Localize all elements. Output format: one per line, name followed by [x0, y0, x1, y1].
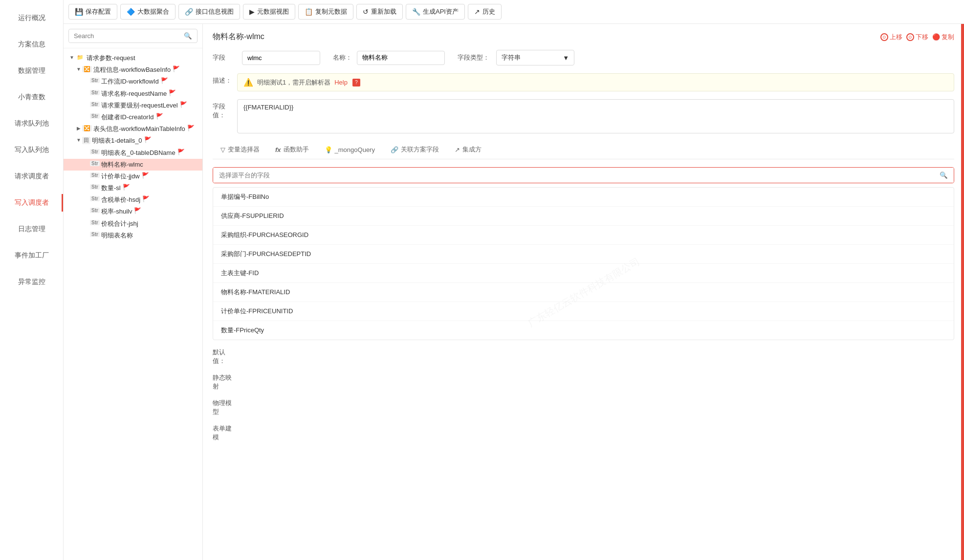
table-badge: 田 [82, 137, 90, 144]
sidebar-item-request-scheduler[interactable]: 请求调度者 [0, 163, 63, 190]
dropdown-item-fpriceunitid[interactable]: 计价单位-FPRICEUNITID [213, 302, 954, 321]
field-type-select[interactable]: 字符串 ▼ [496, 50, 574, 65]
flag-icon: 🚩 [187, 125, 195, 131]
sidebar-item-request-queue[interactable]: 请求队列池 [0, 110, 63, 137]
copy-field-button[interactable]: 🔴 复制 [932, 33, 954, 42]
search-icon: 🔍 [940, 172, 948, 179]
dropdown-item-fbillno[interactable]: 单据编号-FBillNo [213, 188, 954, 207]
sidebar-item-overview[interactable]: 运行概况 [0, 5, 63, 31]
tree-content: ▼ 📁 请求参数-request ▼ 🔀 流程信息-workflowBaseIn… [64, 48, 202, 560]
tree-node-workflowid[interactable]: Str 工作流ID-workflowId 🚩 [64, 76, 202, 87]
tree-node-sl[interactable]: Str 数量-sl 🚩 [64, 182, 202, 194]
str-badge: Str [90, 113, 100, 119]
meta-view-button[interactable]: ▶ 元数据视图 [243, 4, 295, 20]
tab-related-fields[interactable]: 🔗 关联方案字段 [383, 141, 447, 159]
sidebar-item-event-factory[interactable]: 事件加工厂 [0, 242, 63, 269]
tree-node-jshj[interactable]: Str 价税合计-jshj [64, 218, 202, 230]
tree-node-shuilv[interactable]: Str 税率-shuilv 🚩 [64, 206, 202, 217]
source-search-button[interactable]: 🔍 [934, 168, 954, 183]
flag-icon: 🚩 [177, 149, 185, 155]
help-link[interactable]: Help [334, 79, 348, 86]
tree-node-hsdj[interactable]: Str 含税单价-hsdj 🚩 [64, 194, 202, 206]
integration-icon: ↗ [455, 146, 460, 153]
right-panel: 广东轻亿云软件科技有限公司 物料名称-wlmc ⊙ 上移 ⊙ 下移 [203, 24, 964, 560]
tree-node-main-table[interactable]: ▶ 🔀 表头信息-workflowMainTableInfo 🚩 [64, 123, 202, 135]
str-badge: Str [90, 149, 100, 154]
tree-node-detail-name[interactable]: Str 明细表名称 [64, 230, 202, 241]
field-value-content[interactable]: {{FMATERIALID}} [237, 99, 954, 133]
up-circle-icon: ⊙ [880, 33, 888, 41]
arrow-icon: ▶ [75, 126, 82, 131]
history-button[interactable]: ↗ 历史 [468, 4, 502, 20]
tab-function-helper[interactable]: fx 函数助手 [267, 141, 317, 159]
sidebar-item-write-queue[interactable]: 写入队列池 [0, 137, 63, 163]
search-button[interactable]: 🔍 [179, 29, 197, 43]
sidebar-item-monitor[interactable]: 异常监控 [0, 269, 63, 295]
sidebar-item-query[interactable]: 小青查数 [0, 84, 63, 110]
dropdown-item-fpurchasedeptid[interactable]: 采购部门-FPURCHASEDEPTID [213, 245, 954, 264]
str-badge: Str [90, 90, 100, 95]
field-name-label: 字段 [213, 53, 237, 62]
flag-icon: 🚩 [144, 136, 152, 143]
content-area: 🔍 ▼ 📁 请求参数-request ▼ 🔀 流程信息-workflowBase [64, 24, 964, 560]
sidebar-item-log[interactable]: 日志管理 [0, 216, 63, 242]
tab-variable-selector[interactable]: ▽ 变量选择器 [213, 141, 267, 159]
tree-node-workflow-info[interactable]: ▼ 🔀 流程信息-workflowBaseInfo 🚩 [64, 64, 202, 76]
tree-node-wlmc[interactable]: Str 物料名称-wlmc [64, 159, 202, 171]
tree-node-requestname[interactable]: Str 请求名称-requestName 🚩 [64, 88, 202, 100]
copy-meta-button[interactable]: 📋 复制元数据 [298, 4, 353, 20]
desc-label: 描述： [213, 76, 237, 85]
help-icon[interactable]: ? [352, 79, 360, 86]
api-icon: 🔧 [412, 8, 420, 16]
interface-view-button[interactable]: 🔗 接口信息视图 [178, 4, 240, 20]
sidebar-item-write-scheduler[interactable]: 写入调度者 [0, 190, 63, 216]
source-search-input[interactable] [213, 168, 934, 183]
source-search-wrap: 🔍 [213, 167, 954, 183]
dropdown-item-fid[interactable]: 主表主键-FID [213, 264, 954, 283]
type-badge: 🔀 [82, 66, 92, 72]
str-badge: Str [90, 161, 100, 166]
str-badge: Str [90, 102, 100, 107]
big-data-button[interactable]: 🔷 大数据聚合 [120, 4, 175, 20]
field-display-input[interactable] [357, 51, 445, 65]
form-build-label: 表单建模 [213, 424, 237, 442]
field-title-text: 物料名称-wlmc [213, 32, 264, 42]
field-name-input[interactable] [242, 51, 320, 65]
down-circle-icon: ⊙ [906, 33, 914, 41]
move-up-button[interactable]: ⊙ 上移 [880, 33, 902, 42]
move-down-button[interactable]: ⊙ 下移 [906, 33, 928, 42]
dropdown-item-fmaterialid[interactable]: 物料名称-FMATERIALID [213, 283, 954, 302]
chevron-down-icon: ▼ [563, 54, 569, 62]
field-type-label: 字段类型： [458, 53, 489, 62]
search-wrap: 🔍 [68, 29, 197, 43]
search-input[interactable] [69, 29, 179, 43]
tree-node-request[interactable]: ▼ 📁 请求参数-request [64, 52, 202, 64]
flag-icon: 🚩 [180, 101, 187, 108]
tree-node-creatorid[interactable]: Str 创建者ID-creatorId 🚩 [64, 111, 202, 123]
str-badge: Str [90, 184, 100, 190]
flag-icon: 🚩 [142, 195, 150, 202]
dropdown-item-fsupplierid[interactable]: 供应商-FSUPPLIERID [213, 207, 954, 226]
save-icon: 💾 [75, 8, 83, 16]
sidebar-item-data-manage[interactable]: 数据管理 [0, 58, 63, 84]
generate-api-button[interactable]: 🔧 生成API资产 [406, 4, 465, 20]
tree-node-details[interactable]: ▼ 田 明细表1-details_0 🚩 [64, 135, 202, 147]
tab-integration[interactable]: ↗ 集成方 [447, 141, 489, 159]
tree-node-tabledbname[interactable]: Str 明细表名_0-tableDBName 🚩 [64, 147, 202, 159]
static-mapping-row: 静态映射 [213, 373, 954, 391]
str-badge: Str [90, 78, 100, 83]
copy-icon: 🔴 [932, 33, 940, 41]
save-config-button[interactable]: 💾 保存配置 [68, 4, 117, 20]
tree-node-requestlevel[interactable]: Str 请求重要级别-requestLevel 🚩 [64, 100, 202, 111]
type-badge: 🔀 [82, 125, 92, 131]
tab-mongo-query[interactable]: 💡 _mongoQuery [317, 142, 383, 158]
field-meta-row: 字段 名称： 字段类型： 字符串 ▼ [213, 50, 954, 65]
sidebar-item-plan[interactable]: 方案信息 [0, 31, 63, 58]
reload-button[interactable]: ↺ 重新加载 [356, 4, 403, 20]
toolbar: 💾 保存配置 🔷 大数据聚合 🔗 接口信息视图 ▶ 元数据视图 📋 复制元数据 … [64, 0, 964, 24]
dropdown-item-fpurchaseorgid[interactable]: 采购组织-FPURCHASEORGID [213, 226, 954, 245]
sidebar: 运行概况 方案信息 数据管理 小青查数 请求队列池 写入队列池 请求调度者 写入… [0, 0, 64, 560]
dropdown-item-fpriceqty[interactable]: 数量-FPriceQty [213, 321, 954, 340]
tree-node-jjdw[interactable]: Str 计价单位-jjdw 🚩 [64, 171, 202, 182]
warning-icon: ⚠️ [243, 78, 253, 87]
